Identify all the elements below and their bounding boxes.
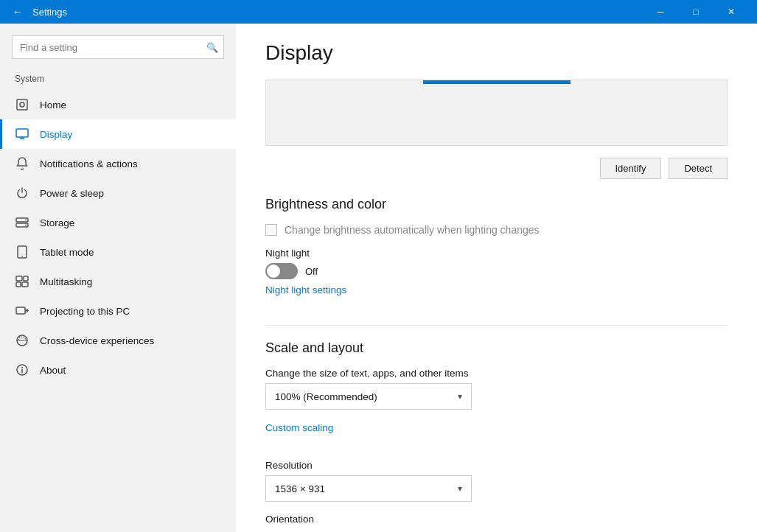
multitasking-icon bbox=[15, 274, 29, 289]
detect-button[interactable]: Detect bbox=[669, 158, 728, 179]
about-icon bbox=[15, 363, 29, 377]
scale-change-label: Change the size of text, apps, and other… bbox=[265, 368, 728, 379]
sidebar: 🔍 System Home Display bbox=[0, 24, 236, 532]
sidebar-label-storage: Storage bbox=[40, 217, 74, 228]
resolution-value: 1536 × 931 bbox=[275, 483, 325, 494]
titlebar: ← Settings ─ □ ✕ bbox=[0, 0, 757, 24]
monitor-buttons: Identify Detect bbox=[265, 158, 728, 179]
minimize-button[interactable]: ─ bbox=[643, 0, 677, 24]
sidebar-section-label: System bbox=[0, 71, 236, 90]
resolution-setting-row: Resolution 1536 × 931 ▾ bbox=[265, 460, 728, 502]
window-controls: ─ □ ✕ bbox=[643, 0, 748, 24]
power-icon bbox=[15, 186, 29, 200]
sidebar-label-tablet: Tablet mode bbox=[40, 247, 94, 258]
resolution-dropdown[interactable]: 1536 × 931 ▾ bbox=[265, 475, 472, 502]
sidebar-label-crossdevice: Cross-device experiences bbox=[40, 335, 154, 346]
notifications-icon bbox=[15, 156, 29, 171]
minimize-icon: ─ bbox=[657, 7, 664, 17]
sidebar-item-crossdevice[interactable]: Cross-device experiences bbox=[0, 326, 236, 355]
night-light-label: Night light bbox=[265, 248, 728, 259]
storage-icon bbox=[15, 215, 29, 230]
resolution-label: Resolution bbox=[265, 460, 728, 471]
scale-dropdown-arrow: ▾ bbox=[458, 391, 462, 402]
toggle-knob bbox=[267, 265, 280, 278]
svg-point-8 bbox=[25, 225, 27, 226]
svg-point-1 bbox=[20, 102, 24, 107]
back-button[interactable]: ← bbox=[9, 3, 27, 21]
monitor-preview bbox=[265, 80, 728, 146]
scale-setting-row: Change the size of text, apps, and other… bbox=[265, 368, 728, 410]
brightness-section-title: Brightness and color bbox=[265, 197, 728, 212]
night-light-state: Off bbox=[305, 266, 318, 277]
divider-1 bbox=[265, 325, 728, 326]
night-light-settings-link[interactable]: Night light settings bbox=[265, 284, 346, 295]
night-light-row: Night light Off bbox=[265, 248, 728, 279]
maximize-button[interactable]: □ bbox=[679, 0, 713, 24]
svg-point-21 bbox=[21, 367, 23, 368]
titlebar-title: Settings bbox=[32, 7, 643, 18]
svg-rect-2 bbox=[16, 129, 28, 137]
main-content: Display Identify Detect Brightness and c… bbox=[236, 24, 757, 532]
custom-scaling-link[interactable]: Custom scaling bbox=[265, 422, 333, 433]
close-icon: ✕ bbox=[728, 7, 735, 17]
orientation-label: Orientation bbox=[265, 514, 728, 525]
svg-point-10 bbox=[21, 256, 23, 257]
identify-button[interactable]: Identify bbox=[600, 158, 662, 179]
scale-value: 100% (Recommended) bbox=[275, 391, 377, 402]
app-container: 🔍 System Home Display bbox=[0, 24, 757, 532]
projecting-icon bbox=[15, 304, 29, 318]
close-button[interactable]: ✕ bbox=[714, 0, 748, 24]
svg-rect-13 bbox=[16, 282, 21, 287]
back-icon: ← bbox=[13, 6, 23, 18]
search-input[interactable] bbox=[12, 35, 224, 59]
svg-rect-11 bbox=[16, 276, 22, 281]
sidebar-item-projecting[interactable]: Projecting to this PC bbox=[0, 296, 236, 326]
sidebar-label-projecting: Projecting to this PC bbox=[40, 306, 130, 317]
display-icon bbox=[15, 127, 29, 141]
sidebar-label-notifications: Notifications & actions bbox=[40, 158, 138, 169]
svg-rect-15 bbox=[16, 307, 25, 314]
night-light-toggle-row: Off bbox=[265, 263, 728, 279]
svg-rect-14 bbox=[22, 282, 28, 287]
sidebar-label-multitasking: Multitasking bbox=[40, 276, 92, 287]
scale-section-title: Scale and layout bbox=[265, 340, 728, 356]
maximize-icon: □ bbox=[693, 7, 698, 17]
search-icon: 🔍 bbox=[206, 42, 218, 53]
sidebar-item-home[interactable]: Home bbox=[0, 90, 236, 119]
night-light-toggle[interactable] bbox=[265, 263, 298, 279]
tablet-icon bbox=[15, 245, 29, 259]
sidebar-item-storage[interactable]: Storage bbox=[0, 208, 236, 237]
sidebar-item-tablet[interactable]: Tablet mode bbox=[0, 237, 236, 267]
brightness-checkbox-label: Change brightness automatically when lig… bbox=[285, 224, 540, 236]
sidebar-item-notifications[interactable]: Notifications & actions bbox=[0, 149, 236, 178]
monitor-bar bbox=[423, 80, 571, 84]
svg-point-7 bbox=[25, 220, 27, 221]
sidebar-label-power: Power & sleep bbox=[40, 188, 104, 199]
sidebar-item-multitasking[interactable]: Multitasking bbox=[0, 267, 236, 296]
search-container: 🔍 bbox=[12, 35, 224, 59]
brightness-checkbox-row: Change brightness automatically when lig… bbox=[265, 224, 728, 236]
sidebar-item-display[interactable]: Display bbox=[0, 119, 236, 149]
sidebar-item-power[interactable]: Power & sleep bbox=[0, 178, 236, 208]
brightness-checkbox[interactable] bbox=[265, 224, 277, 236]
sidebar-label-home: Home bbox=[40, 99, 66, 111]
home-icon bbox=[15, 97, 29, 112]
svg-rect-12 bbox=[24, 276, 28, 281]
scale-dropdown[interactable]: 100% (Recommended) ▾ bbox=[265, 383, 472, 410]
page-title: Display bbox=[265, 41, 728, 65]
svg-rect-0 bbox=[17, 99, 27, 110]
sidebar-item-about[interactable]: About bbox=[0, 355, 236, 385]
crossdevice-icon bbox=[15, 333, 29, 348]
sidebar-label-display: Display bbox=[40, 129, 72, 140]
resolution-dropdown-arrow: ▾ bbox=[458, 483, 462, 494]
sidebar-label-about: About bbox=[40, 365, 66, 376]
